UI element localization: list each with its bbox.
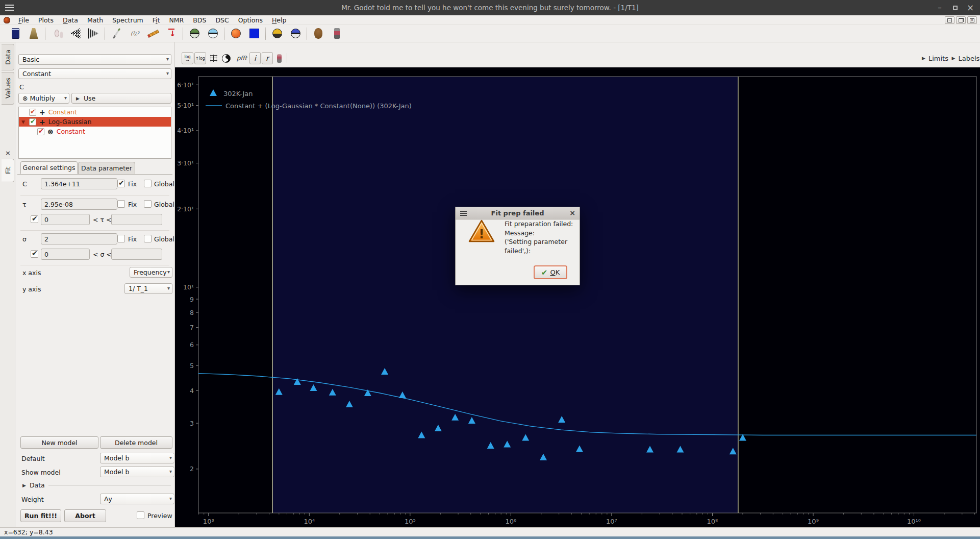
master-ball-icon[interactable] — [289, 27, 302, 40]
tab-general-settings[interactable]: General settings — [20, 161, 78, 174]
model-function-combo[interactable]: Constant — [18, 68, 171, 79]
sonic-screwdriver-icon[interactable] — [110, 27, 123, 40]
theme-toggle[interactable] — [221, 52, 231, 64]
weight-combo[interactable]: Δy — [100, 494, 174, 504]
menu-bds[interactable]: BDS — [188, 16, 211, 24]
tree-item-checkbox[interactable] — [37, 128, 44, 135]
run-fit-button[interactable]: Run fit!!! — [20, 509, 61, 522]
dialog-titlebar[interactable]: Fit prep failed × — [456, 207, 580, 219]
param-tau-bound-checkbox[interactable] — [31, 215, 38, 223]
dock-tab-data[interactable]: Data — [2, 44, 14, 70]
tree-item-constant[interactable]: +Constant — [19, 107, 171, 117]
param-tau-fix-checkbox[interactable] — [117, 200, 125, 208]
menu-spectrum[interactable]: Spectrum — [108, 16, 148, 24]
dialog-close-icon[interactable]: × — [569, 209, 575, 217]
show-model-combo[interactable]: Model b — [100, 467, 174, 477]
param-tau-upper-input[interactable] — [111, 214, 162, 225]
new-model-button[interactable]: New model — [20, 436, 98, 449]
yin-yang-icon — [222, 54, 231, 63]
y-tick-label: 6·10¹ — [177, 81, 194, 89]
pin-icon[interactable] — [165, 27, 178, 40]
minimize-button[interactable]: – — [932, 0, 947, 15]
param-sigma-input[interactable] — [41, 233, 117, 244]
abort-button[interactable]: Abort — [64, 509, 106, 522]
global-label: Global — [154, 180, 174, 188]
param-tau-global-checkbox[interactable] — [144, 200, 152, 208]
pfft-label[interactable]: pfft — [235, 52, 248, 64]
squiggle-icon[interactable]: (?¿? — [128, 27, 141, 40]
menu-plots[interactable]: Plots — [34, 16, 58, 24]
param-sigma-global-checkbox[interactable] — [144, 235, 152, 242]
menu-math[interactable]: Math — [83, 16, 108, 24]
x-tick-label: 10⁹ — [808, 518, 819, 525]
maximize-button[interactable] — [947, 0, 963, 15]
close-button[interactable]: × — [963, 0, 978, 15]
menu-fit[interactable]: Fit — [148, 16, 165, 24]
robot-icon[interactable] — [330, 27, 343, 40]
limits-expander[interactable]: ▶Limits — [921, 52, 949, 64]
y-log-button[interactable]: ↑log — [194, 52, 206, 64]
great-ball-icon[interactable] — [206, 27, 219, 40]
menu-help[interactable]: Help — [267, 16, 291, 24]
data-expander[interactable]: ▶ Data — [22, 481, 171, 489]
tree-item-log-gaussian[interactable]: ▼+Log-Gaussian — [19, 117, 171, 127]
plot-canvas[interactable]: 10³10⁴10⁵10⁶10⁷10⁸10⁹10¹⁰2345678910¹2·10… — [175, 67, 980, 527]
x-tick-label: 10⁴ — [304, 518, 315, 525]
delete-model-button[interactable]: Delete model — [100, 436, 172, 449]
teddy-icon[interactable] — [312, 27, 325, 40]
ruler-icon[interactable] — [146, 27, 160, 40]
menu-file[interactable]: File — [14, 16, 34, 24]
param-c-fix-checkbox[interactable] — [117, 180, 125, 187]
mdi-restore-button[interactable] — [956, 16, 966, 24]
poke-ball-icon[interactable] — [229, 27, 242, 40]
real-button[interactable]: r — [262, 52, 273, 64]
imaginary-button[interactable]: i — [249, 52, 261, 64]
param-sigma-lower-input[interactable] — [41, 249, 90, 260]
param-tau-lower-input[interactable] — [41, 214, 90, 225]
param-tau-input[interactable] — [41, 199, 117, 210]
figure-button[interactable] — [275, 52, 283, 64]
x-log-button[interactable]: log→ — [182, 52, 193, 64]
blue-square-icon[interactable] — [247, 27, 261, 40]
default-model-combo[interactable]: Model b — [100, 453, 174, 463]
menu-data[interactable]: Data — [58, 16, 83, 24]
triangle-right-icon[interactable] — [87, 27, 100, 40]
grid-toggle[interactable] — [209, 52, 219, 64]
tree-item-checkbox[interactable] — [29, 118, 36, 126]
param-sigma-bound-checkbox[interactable] — [31, 250, 38, 258]
ok-button[interactable]: ✔ OK — [534, 265, 567, 279]
labels-expander[interactable]: ▶Labels — [951, 52, 980, 64]
tab-data-parameter[interactable]: Data parameter — [78, 162, 135, 175]
use-expander[interactable]: ▶ Use — [71, 93, 171, 104]
tree-expander-icon[interactable]: ▼ — [21, 119, 25, 125]
tree-item-constant[interactable]: ⊗Constant — [19, 127, 171, 136]
safari-ball-icon[interactable] — [188, 27, 201, 40]
dialog-menu-icon[interactable] — [460, 213, 467, 214]
dock-tab-fit[interactable]: Fit — [2, 159, 14, 182]
hamburger-icon[interactable] — [5, 7, 14, 8]
param-sigma-upper-input[interactable] — [111, 249, 162, 260]
tardis-icon[interactable] — [9, 27, 22, 40]
param-c-input[interactable] — [41, 178, 117, 189]
menu-options[interactable]: Options — [234, 16, 267, 24]
y-axis-combo[interactable]: 1/ T_1 — [124, 283, 172, 294]
x-axis-combo[interactable]: Frequency — [130, 267, 172, 278]
operator-combo[interactable]: ⊗ Multiply — [18, 93, 69, 104]
triangle-left-icon[interactable] — [68, 27, 82, 40]
fit-dock-close-icon[interactable]: × — [4, 149, 12, 157]
mice-icon[interactable] — [50, 27, 63, 40]
mdi-minimize-icon: – — [947, 18, 952, 22]
tree-item-checkbox[interactable] — [29, 109, 36, 116]
preview-checkbox[interactable] — [137, 511, 144, 519]
menu-dsc[interactable]: DSC — [211, 16, 233, 24]
model-category-combo[interactable]: Basic — [18, 54, 171, 65]
ultra-ball-icon[interactable] — [270, 27, 284, 40]
mdi-minimize-button[interactable]: – — [945, 16, 954, 24]
mdi-close-button[interactable]: × — [967, 16, 977, 24]
dalek-icon[interactable] — [27, 27, 40, 40]
param-sigma-fix-checkbox[interactable] — [117, 235, 125, 242]
dock-tab-strip: Data Values × Fit — [0, 42, 15, 527]
menu-nmr[interactable]: NMR — [164, 16, 188, 24]
dock-tab-values[interactable]: Values — [2, 72, 14, 105]
param-c-global-checkbox[interactable] — [144, 180, 152, 187]
